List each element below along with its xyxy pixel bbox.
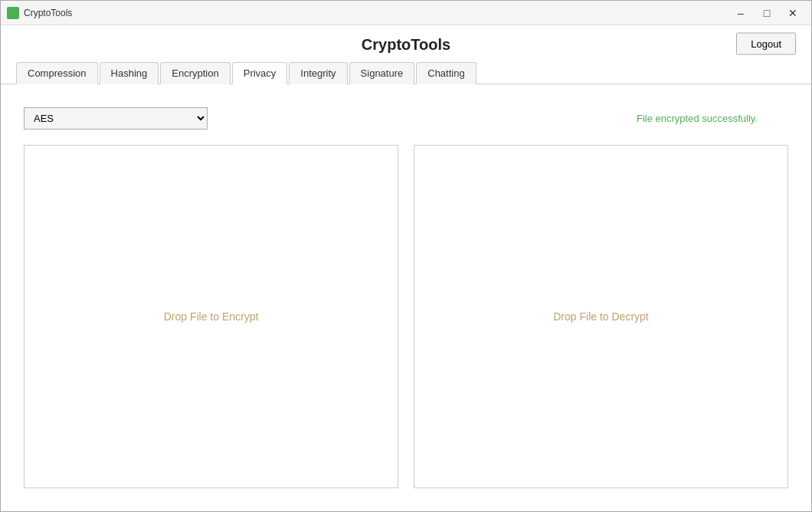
drop-zones: Drop File to Encrypt Drop File to Decryp… [24, 145, 788, 488]
logout-button[interactable]: Logout [736, 32, 796, 54]
tab-encryption[interactable]: Encryption [160, 62, 230, 84]
tab-chatting[interactable]: Chatting [416, 62, 476, 84]
window-controls: – □ ✕ [729, 5, 805, 21]
tab-hashing[interactable]: Hashing [100, 62, 159, 84]
tab-compression[interactable]: Compression [16, 62, 98, 84]
encrypt-drop-zone[interactable]: Drop File to Encrypt [24, 145, 398, 488]
tab-signature[interactable]: Signature [349, 62, 415, 84]
window-title: CryptoTools [24, 8, 729, 18]
content-area: AES DES 3DES RSA Blowfish File encrypted… [1, 84, 811, 511]
minimize-button[interactable]: – [729, 5, 753, 21]
app-icon [7, 7, 19, 19]
main-window: CryptoTools – □ ✕ CryptoTools Logout Com… [0, 0, 812, 512]
tab-privacy[interactable]: Privacy [232, 62, 288, 84]
app-title: CryptoTools [362, 36, 450, 54]
status-message: File encrypted successfully. [637, 113, 788, 124]
decrypt-drop-zone[interactable]: Drop File to Decrypt [414, 145, 788, 488]
maximize-button[interactable]: □ [755, 5, 779, 21]
decrypt-zone-label: Drop File to Decrypt [553, 310, 648, 323]
privacy-controls: AES DES 3DES RSA Blowfish File encrypted… [24, 107, 788, 130]
encrypt-zone-label: Drop File to Encrypt [164, 310, 259, 323]
title-bar: CryptoTools – □ ✕ [1, 1, 811, 25]
close-button[interactable]: ✕ [781, 5, 805, 21]
tabs-bar: Compression Hashing Encryption Privacy I… [1, 61, 811, 84]
tab-integrity[interactable]: Integrity [289, 62, 347, 84]
algorithm-select[interactable]: AES DES 3DES RSA Blowfish [24, 107, 208, 130]
app-header: CryptoTools Logout [1, 25, 811, 61]
